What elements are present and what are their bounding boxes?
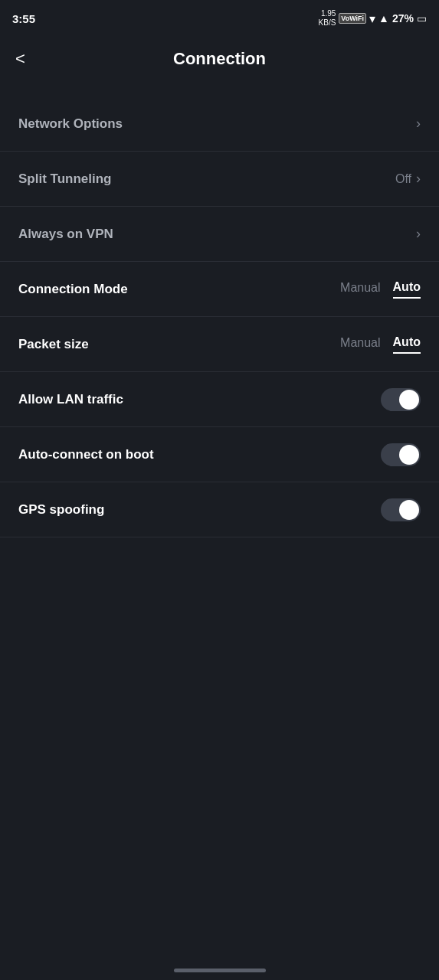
auto-connect-label: Auto-connect on boot bbox=[18, 447, 154, 462]
network-options-right: › bbox=[416, 116, 421, 132]
allow-lan-label: Allow LAN traffic bbox=[18, 392, 123, 407]
network-options-chevron: › bbox=[416, 116, 421, 132]
allow-lan-toggle[interactable] bbox=[381, 388, 421, 411]
gps-spoofing-toggle-knob bbox=[399, 500, 419, 520]
allow-lan-toggle-knob bbox=[399, 390, 419, 410]
split-tunneling-label: Split Tunneling bbox=[18, 172, 112, 187]
back-button[interactable]: < bbox=[15, 49, 25, 69]
split-tunneling-item[interactable]: Split Tunneling Off › bbox=[0, 152, 439, 207]
connection-mode-manual[interactable]: Manual bbox=[340, 281, 380, 298]
always-on-vpn-chevron: › bbox=[416, 226, 421, 242]
vowifi-badge: VoWiFi bbox=[339, 13, 366, 24]
gps-spoofing-label: GPS spoofing bbox=[18, 502, 104, 518]
status-speeds: 1.95 KB/S bbox=[319, 9, 336, 28]
battery-text: 27% bbox=[392, 12, 414, 24]
network-options-item[interactable]: Network Options › bbox=[0, 96, 439, 152]
network-options-label: Network Options bbox=[18, 116, 123, 132]
auto-connect-toggle[interactable] bbox=[381, 443, 421, 466]
always-on-vpn-item[interactable]: Always on VPN › bbox=[0, 207, 439, 262]
page-title: Connection bbox=[173, 49, 266, 69]
status-icons: 1.95 KB/S VoWiFi ▾ ▲ 27% ▭ bbox=[319, 9, 427, 28]
packet-size-item: Packet size Manual Auto bbox=[0, 317, 439, 372]
packet-size-auto[interactable]: Auto bbox=[393, 335, 421, 354]
gps-spoofing-item[interactable]: GPS spoofing bbox=[0, 482, 439, 537]
wifi-icon: ▾ bbox=[369, 11, 375, 26]
allow-lan-item[interactable]: Allow LAN traffic bbox=[0, 372, 439, 427]
connection-mode-item: Connection Mode Manual Auto bbox=[0, 262, 439, 317]
connection-mode-segmented: Manual Auto bbox=[340, 280, 421, 299]
split-tunneling-right: Off › bbox=[395, 171, 421, 187]
always-on-vpn-right: › bbox=[416, 226, 421, 242]
split-tunneling-chevron: › bbox=[416, 171, 421, 187]
split-tunneling-value: Off bbox=[395, 172, 411, 186]
connection-mode-label: Connection Mode bbox=[18, 282, 128, 297]
packet-size-manual[interactable]: Manual bbox=[340, 336, 380, 353]
status-time: 3:55 bbox=[12, 12, 35, 25]
status-bar: 3:55 1.95 KB/S VoWiFi ▾ ▲ 27% ▭ bbox=[0, 0, 439, 37]
home-indicator bbox=[174, 969, 266, 972]
auto-connect-toggle-knob bbox=[399, 445, 419, 465]
settings-list: Network Options › Split Tunneling Off › … bbox=[0, 96, 439, 537]
header: < Connection bbox=[0, 37, 439, 81]
packet-size-segmented: Manual Auto bbox=[340, 335, 421, 354]
battery-icon: ▭ bbox=[417, 12, 427, 24]
connection-mode-auto[interactable]: Auto bbox=[393, 280, 421, 299]
packet-size-label: Packet size bbox=[18, 337, 89, 352]
always-on-vpn-label: Always on VPN bbox=[18, 227, 113, 242]
gps-spoofing-toggle[interactable] bbox=[381, 498, 421, 521]
signal-icon: ▲ bbox=[378, 12, 389, 24]
auto-connect-item[interactable]: Auto-connect on boot bbox=[0, 427, 439, 482]
